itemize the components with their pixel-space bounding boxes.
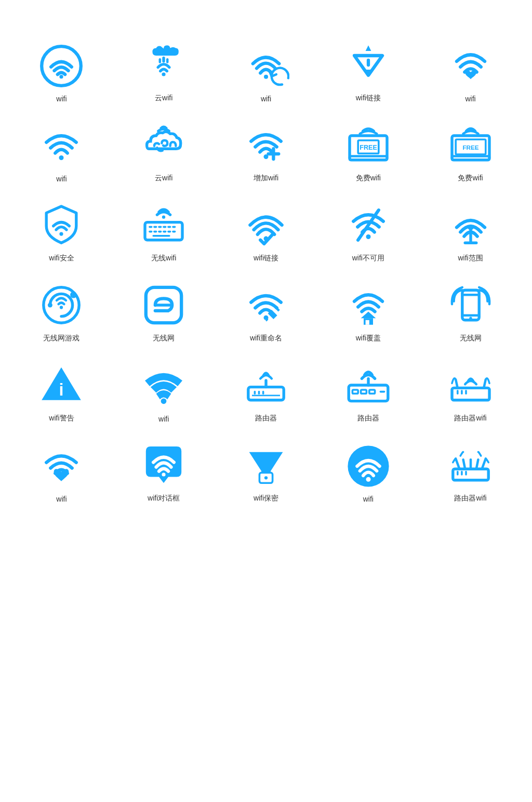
- wifi-home-label: wifi覆盖: [356, 334, 381, 343]
- wifi-circle-2-icon: [345, 443, 392, 490]
- wifi-link-label: wifi链接: [356, 94, 381, 103]
- icon-cell-wifi-plus: 增加wifi: [215, 111, 317, 191]
- wifi-phone-icon: [447, 282, 494, 328]
- icon-cell-wifi-phone: 无线网: [419, 271, 522, 351]
- wifi-lock-label: wifi保密: [254, 494, 278, 503]
- svg-point-1: [60, 75, 63, 78]
- wifi-circle-2-label: wifi: [363, 495, 374, 503]
- wifi-game-icon: [38, 282, 85, 328]
- free-wifi-2-icon: FREE: [447, 122, 494, 168]
- free-wifi-2-label: 免费wifi: [458, 174, 483, 183]
- wifi-ie-icon: [140, 282, 187, 328]
- wifi-warning-label: wifi警告: [49, 414, 74, 423]
- wifi-check-icon: [243, 202, 289, 248]
- svg-rect-70: [352, 390, 358, 393]
- icon-cell-wifi-plain: wifi: [10, 111, 113, 191]
- wifi-warning-icon: i: [38, 362, 85, 409]
- router-1-label: 路由器: [255, 414, 277, 423]
- wifi-game-label: 无线网游戏: [43, 334, 79, 343]
- icon-cell-wifi-keyboard: 无线wifi: [113, 191, 215, 271]
- wifi-keyboard-label: 无线wifi: [151, 254, 176, 263]
- wifi-arrow-icon: [243, 43, 289, 89]
- icon-cell-router-1: 路由器: [215, 351, 317, 431]
- svg-line-51: [275, 307, 279, 311]
- wifi-keyboard-icon: [140, 202, 187, 248]
- icon-cell-wifi-warning: i wifi警告: [10, 351, 113, 431]
- svg-point-87: [366, 477, 370, 482]
- cloud-wifi-2-label: 云wifi: [155, 174, 172, 183]
- wifi-bubble-icon: [140, 442, 187, 489]
- wifi-heart-icon: [447, 43, 494, 89]
- svg-line-96: [482, 458, 485, 469]
- wifi-disabled-icon: [345, 202, 392, 248]
- icon-cell-wifi-circle-2: wifi: [317, 431, 419, 511]
- router-2-label: 路由器: [357, 414, 379, 423]
- wifi-circle-icon: [38, 43, 85, 89]
- wifi-check-label: wifi链接: [254, 254, 278, 263]
- wifi-solid-icon: [140, 363, 187, 410]
- svg-rect-17: [452, 156, 489, 160]
- icon-cell-cloud-wifi-1: 云wifi: [113, 31, 215, 111]
- icon-cell-wifi-check: wifi链接: [215, 191, 317, 271]
- icon-cell-free-wifi-1: FREE 免费wifi: [317, 111, 419, 191]
- icon-cell-wifi-arrow: wifi: [215, 31, 317, 111]
- icon-cell-wifi-home: wifi覆盖: [317, 271, 419, 351]
- wifi-lock-icon: [243, 442, 289, 489]
- svg-rect-13: [350, 156, 387, 160]
- svg-point-62: [161, 398, 167, 404]
- wifi-circle-label: wifi: [56, 95, 66, 103]
- svg-rect-63: [248, 387, 284, 400]
- icon-cell-router-wifi-2: 路由器wifi: [419, 431, 522, 511]
- svg-point-82: [162, 472, 166, 476]
- wifi-arrow-label: wifi: [261, 95, 271, 103]
- svg-rect-55: [365, 320, 369, 325]
- icon-cell-router-wifi-1: 路由器wifi: [419, 351, 522, 431]
- svg-point-20: [60, 232, 63, 236]
- wifi-plain-label: wifi: [56, 175, 66, 183]
- icon-cell-wifi-bubble: wifi对话框: [113, 431, 215, 511]
- icon-cell-wifi-heart-2: wifi: [10, 431, 113, 511]
- wifi-link-icon: [345, 42, 392, 88]
- icon-cell-wifi-shield: wifi安全: [10, 191, 113, 271]
- wifi-home-icon: [345, 282, 392, 328]
- router-wifi-2-label: 路由器wifi: [454, 494, 486, 503]
- svg-point-6: [264, 75, 268, 79]
- svg-line-92: [456, 458, 459, 469]
- svg-text:FREE: FREE: [462, 144, 478, 151]
- icon-cell-wifi-circle: wifi: [10, 31, 113, 111]
- icon-cell-router-2: 路由器: [317, 351, 419, 431]
- router-2-icon: [345, 362, 392, 409]
- wifi-disabled-label: wifi不可用: [352, 254, 384, 263]
- svg-point-59: [469, 317, 472, 320]
- icon-cell-wifi-game: 无线网游戏: [10, 271, 113, 351]
- wifi-heart-label: wifi: [465, 95, 475, 103]
- svg-rect-72: [369, 390, 375, 393]
- svg-point-5: [162, 72, 166, 76]
- wifi-shield-icon: [38, 202, 85, 248]
- svg-point-44: [60, 306, 63, 309]
- svg-point-37: [366, 234, 370, 239]
- icon-cell-wifi-solid: wifi: [113, 351, 215, 431]
- icon-cell-wifi-range: wifi范围: [419, 191, 522, 271]
- free-wifi-1-label: 免费wifi: [356, 174, 381, 183]
- icon-cell-cloud-wifi-2: 云wifi: [113, 111, 215, 191]
- icon-cell-wifi-heart: wifi: [419, 31, 522, 111]
- wifi-heart-2-label: wifi: [56, 495, 66, 503]
- wifi-range-label: wifi范围: [458, 254, 483, 263]
- router-wifi-1-label: 路由器wifi: [454, 414, 486, 423]
- icon-cell-wifi-ie: 无线网: [113, 271, 215, 351]
- wifi-phone-label: 无线网: [460, 334, 482, 343]
- cloud-wifi-2-icon: [140, 122, 187, 168]
- wifi-heart-2-icon: [38, 443, 85, 490]
- icon-cell-wifi-disabled: wifi不可用: [317, 191, 419, 271]
- svg-point-43: [48, 303, 52, 308]
- wifi-shield-label: wifi安全: [49, 254, 74, 263]
- icon-cell-wifi-rename: wifi重命名: [215, 271, 317, 351]
- svg-point-85: [264, 476, 268, 479]
- router-1-icon: [243, 362, 289, 409]
- svg-point-8: [59, 155, 64, 160]
- wifi-solid-label: wifi: [158, 415, 169, 423]
- cloud-wifi-1-label: 云wifi: [155, 94, 172, 103]
- wifi-ie-label: 无线网: [153, 334, 175, 343]
- icon-grid: wifi 云wifi wifi: [0, 0, 532, 543]
